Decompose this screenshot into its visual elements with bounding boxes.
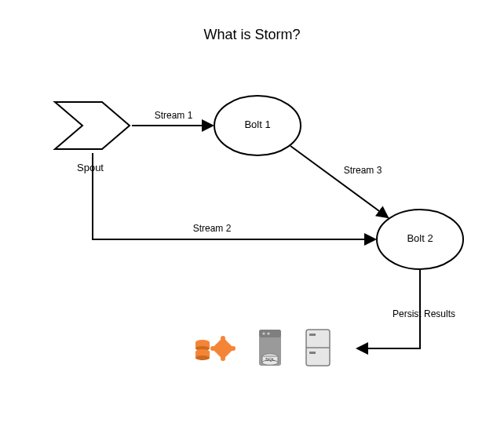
datastore-icons: SQL bbox=[195, 330, 330, 366]
svg-point-11 bbox=[221, 336, 225, 341]
svg-rect-10 bbox=[212, 337, 234, 359]
edge-spout-bolt2: Stream 2 bbox=[93, 153, 375, 239]
svg-point-14 bbox=[231, 346, 236, 351]
edge-bolt1-bolt2: Stream 3 bbox=[290, 146, 388, 217]
edge-spout-bolt2-label: Stream 2 bbox=[193, 223, 232, 234]
svg-rect-16 bbox=[259, 330, 281, 337]
svg-point-9 bbox=[195, 356, 210, 360]
edge-spout-bolt1: Stream 1 bbox=[132, 110, 213, 126]
edge-bolt2-persist: Persist Results bbox=[357, 269, 455, 348]
bolt1-label: Bolt 1 bbox=[244, 119, 270, 130]
dynamodb-icon bbox=[195, 336, 236, 361]
svg-line-3 bbox=[290, 146, 388, 217]
svg-rect-25 bbox=[309, 334, 316, 336]
svg-rect-26 bbox=[309, 352, 316, 354]
bolt2-label: Bolt 2 bbox=[407, 232, 433, 244]
svg-text:SQL: SQL bbox=[265, 357, 276, 362]
edge-spout-bolt1-label: Stream 1 bbox=[155, 110, 193, 121]
persist-label: Persist Results bbox=[393, 308, 455, 319]
svg-point-12 bbox=[221, 356, 225, 361]
rds-icon: SQL bbox=[259, 330, 281, 366]
svg-point-18 bbox=[267, 332, 269, 334]
svg-point-13 bbox=[210, 346, 215, 351]
spout-label: Spout bbox=[77, 162, 104, 173]
bolt1-node: Bolt 1 bbox=[214, 96, 301, 155]
diagram-title: What is Storm? bbox=[203, 27, 300, 42]
edge-bolt1-bolt2-label: Stream 3 bbox=[344, 165, 382, 176]
spout-node bbox=[55, 102, 130, 149]
bolt2-node: Bolt 2 bbox=[377, 210, 463, 269]
storm-topology-diagram: What is Storm? Spout Bolt 1 Bolt 2 Strea… bbox=[0, 0, 504, 423]
redshift-icon bbox=[306, 330, 330, 366]
svg-point-17 bbox=[262, 332, 265, 334]
